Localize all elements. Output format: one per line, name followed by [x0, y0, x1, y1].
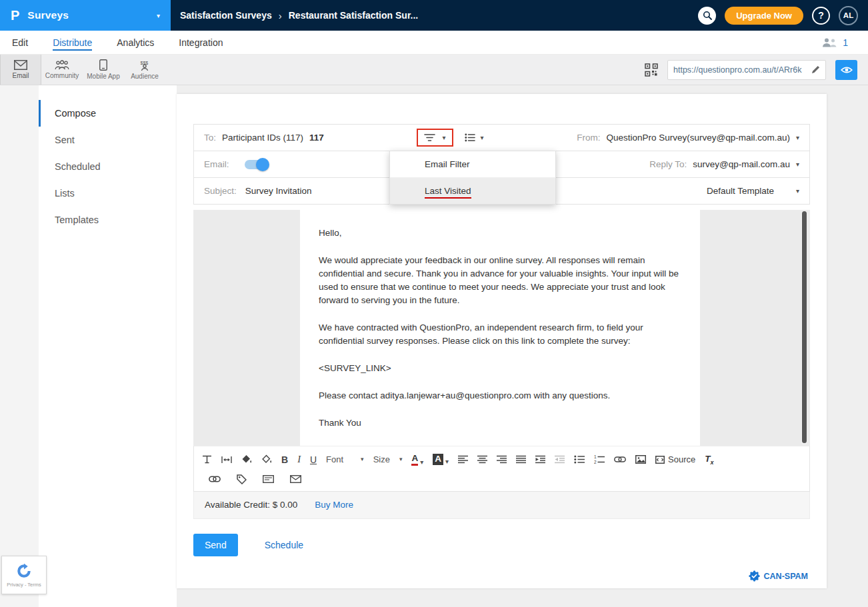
sidebar-item-scheduled[interactable]: Scheduled: [39, 153, 177, 180]
email-paragraph: Hello,: [319, 227, 681, 240]
send-button[interactable]: Send: [193, 534, 238, 556]
can-spam-label: CAN-SPAM: [764, 572, 808, 581]
size-dropdown[interactable]: Size▾: [373, 454, 403, 464]
topbar-actions: Upgrade Now ? AL: [698, 6, 868, 25]
italic-button[interactable]: I: [297, 454, 301, 465]
channel-community[interactable]: Community: [41, 55, 83, 85]
reply-to-dropdown[interactable]: Reply To: survey@qp-mail.com.au ▾: [649, 159, 799, 169]
maximize-icon[interactable]: [202, 455, 212, 464]
svg-text:$$$: $$$: [141, 60, 149, 65]
template-dropdown[interactable]: Default Template ▾: [707, 186, 799, 196]
bold-button[interactable]: B: [281, 454, 288, 465]
recaptcha-badge[interactable]: Privacy - Terms: [1, 556, 47, 594]
channel-mobile-app[interactable]: Mobile App: [83, 55, 124, 85]
community-icon: [55, 60, 69, 70]
align-right-icon[interactable]: [497, 455, 507, 464]
numbered-list-icon[interactable]: 12: [594, 455, 605, 464]
product-switcher[interactable]: P Surveys ▾: [0, 0, 171, 31]
align-justify-icon[interactable]: [516, 455, 526, 464]
underline-button[interactable]: U: [310, 454, 317, 465]
recaptcha-privacy-terms[interactable]: Privacy - Terms: [7, 582, 41, 588]
mail-merge-icon[interactable]: [290, 475, 301, 483]
tag-icon[interactable]: [237, 474, 247, 484]
subject-field: Subject: Survey Invitation: [204, 186, 312, 196]
list-view-button[interactable]: ▾: [465, 133, 484, 142]
email-toggle[interactable]: [245, 160, 267, 169]
channel-audience[interactable]: $$$ Audience: [124, 55, 165, 85]
can-spam-link[interactable]: CAN-SPAM: [749, 570, 808, 582]
align-left-icon[interactable]: [458, 455, 468, 464]
collaborators-indicator[interactable]: 1: [821, 37, 856, 48]
editor-scrollbar-thumb[interactable]: [802, 211, 807, 443]
resize-icon[interactable]: [221, 456, 232, 464]
email-filter-button[interactable]: ▾: [417, 129, 453, 147]
tab-distribute[interactable]: Distribute: [53, 31, 92, 54]
search-icon: [703, 11, 712, 20]
section-tabs: Edit Distribute Analytics Integration 1: [0, 31, 868, 55]
reply-to-value: survey@qp-mail.com.au: [693, 159, 790, 169]
breadcrumb-current: Restaurant Satisfaction Sur...: [289, 10, 419, 21]
survey-url-input[interactable]: [673, 65, 807, 75]
channel-label: Mobile App: [87, 73, 119, 80]
upgrade-now-button[interactable]: Upgrade Now: [725, 7, 803, 25]
to-label: To:: [204, 133, 216, 143]
source-button[interactable]: Source: [655, 454, 695, 464]
template-value: Default Template: [707, 186, 774, 196]
email-content[interactable]: Hello, We would appreciate your feedback…: [300, 210, 700, 446]
buy-more-link[interactable]: Buy More: [315, 500, 353, 510]
email-template-icon[interactable]: [263, 475, 274, 483]
preview-survey-button[interactable]: [835, 60, 857, 80]
sidebar-item-sent[interactable]: Sent: [39, 127, 177, 153]
chevron-down-icon: ▾: [796, 135, 799, 141]
sidebar-item-templates[interactable]: Templates: [39, 207, 177, 233]
to-tools: ▾ ▾: [417, 129, 483, 147]
sidebar-item-compose[interactable]: Compose: [39, 100, 177, 127]
bullet-list-icon[interactable]: [574, 455, 585, 464]
text-color-button[interactable]: A▾: [411, 454, 423, 466]
eye-icon: [841, 66, 853, 74]
menu-item-email-filter[interactable]: Email Filter: [390, 151, 555, 177]
font-dropdown[interactable]: Font▾: [326, 454, 364, 464]
search-button[interactable]: [698, 7, 716, 25]
paint-bucket-icon[interactable]: [261, 454, 272, 464]
help-button[interactable]: ?: [812, 7, 830, 25]
from-dropdown[interactable]: From: QuestionPro Survey(survey@qp-mail.…: [577, 133, 799, 143]
chevron-down-icon: ▾: [796, 161, 799, 168]
qr-code-icon[interactable]: [645, 63, 658, 77]
align-center-icon[interactable]: [477, 455, 487, 464]
breadcrumb-parent[interactable]: Satisfaction Surveys: [180, 10, 272, 21]
email-paragraph: <SURVEY_LINK>: [319, 362, 681, 375]
tab-edit[interactable]: Edit: [12, 31, 28, 54]
email-paragraph: Thank You: [319, 416, 681, 430]
remove-format-button[interactable]: Tx: [705, 454, 713, 466]
chevron-down-icon: ▾: [157, 12, 160, 19]
to-value[interactable]: Participant IDs (117): [222, 133, 303, 143]
image-icon[interactable]: [635, 455, 646, 464]
sidebar-item-lists[interactable]: Lists: [39, 180, 177, 207]
email-paragraph: Please contact aditya.lanjewar+au@questi…: [319, 389, 681, 402]
breadcrumb: Satisfaction Surveys › Restaurant Satisf…: [180, 10, 418, 21]
user-avatar[interactable]: AL: [839, 6, 858, 25]
channel-email[interactable]: Email: [0, 55, 41, 85]
credit-row: Available Credit: $ 0.00 Buy More: [193, 492, 810, 519]
toggle-knob: [256, 158, 269, 171]
chevron-down-icon: ▾: [796, 188, 799, 195]
tab-integration[interactable]: Integration: [179, 31, 223, 54]
filter-icon: [424, 133, 435, 142]
fill-color-icon[interactable]: [241, 454, 252, 464]
edit-url-pencil-icon[interactable]: [811, 65, 820, 74]
audience-icon: $$$: [137, 60, 152, 71]
subject-value[interactable]: Survey Invitation: [245, 186, 312, 196]
outdent-icon[interactable]: [555, 455, 565, 464]
tab-analytics[interactable]: Analytics: [117, 31, 154, 54]
link-icon[interactable]: [614, 456, 626, 462]
from-label: From:: [577, 133, 600, 143]
background-color-button[interactable]: A▾: [433, 454, 449, 465]
left-gutter: [0, 85, 39, 607]
schedule-link[interactable]: Schedule: [265, 540, 303, 550]
indent-icon[interactable]: [535, 455, 545, 464]
menu-item-last-visited[interactable]: Last Visited: [390, 177, 555, 204]
insert-link-icon[interactable]: [209, 476, 221, 482]
compose-actions: Send Schedule: [193, 534, 810, 556]
to-field: To: Participant IDs (117) 117: [204, 133, 324, 143]
